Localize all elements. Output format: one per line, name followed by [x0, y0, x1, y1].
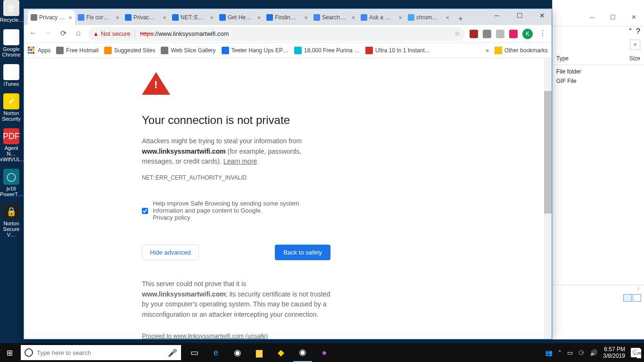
col-size[interactable]: Size [629, 55, 640, 62]
wifi-icon[interactable]: ⚆ [578, 349, 584, 356]
desktop-icon[interactable]: 🔒Norton Secure V… [0, 204, 23, 238]
desktop-icon[interactable]: ✔Norton Security [0, 93, 23, 122]
volume-icon[interactable]: 🔊 [590, 349, 597, 356]
bookmark-label: Teeter Hang Ups EP… [231, 47, 289, 54]
explorer-view-large-icon[interactable] [633, 294, 641, 302]
tab-strip: Privacy err…×Fix cor…×Privac…×NET::E…×Ge… [24, 9, 552, 25]
tab-close-icon[interactable]: × [163, 14, 166, 21]
chrome-taskbar-icon[interactable]: ◉ [228, 343, 247, 362]
tab-close-icon[interactable]: × [304, 14, 308, 21]
explorer-hscroll[interactable]: 〉 [553, 285, 644, 292]
browser-tab[interactable]: Fix cor…× [75, 10, 122, 25]
bookmark-item[interactable]: Ultra 10 In 1 Instant… [365, 47, 430, 54]
start-button[interactable]: ⊞ [0, 348, 19, 357]
browser-tab[interactable]: Privac…× [122, 10, 169, 25]
tab-close-icon[interactable]: × [116, 14, 119, 21]
omnibox[interactable]: ▲ Not secure │ https://www.linksyssmartw… [88, 27, 465, 41]
pdf-ext-icon[interactable] [470, 30, 478, 38]
action-center-icon[interactable]: 💬 [631, 348, 640, 357]
privacy-policy-link[interactable]: Privacy policy [153, 214, 190, 221]
tab-favicon [219, 14, 226, 21]
vertical-scrollbar[interactable] [544, 58, 552, 339]
ext4-icon[interactable] [509, 30, 518, 38]
proceed-unsafe-link[interactable]: Proceed to www.linksyssmartwifi.com (uns… [142, 332, 268, 339]
browser-tab[interactable]: Search…× [311, 10, 358, 25]
explorer-close[interactable]: ✕ [627, 14, 640, 24]
chrome-toolbar: ← → ⟳ ⌂ ▲ Not secure │ https://www.links… [24, 25, 552, 43]
desktop-icon[interactable]: ◯jv16 PowerT… [0, 169, 23, 197]
explorer-chevron-icon[interactable]: ˅ [628, 27, 632, 36]
tab-close-icon[interactable]: × [257, 14, 261, 21]
browser-tab[interactable]: Get He…× [216, 10, 264, 25]
profile-avatar[interactable]: K [522, 29, 533, 39]
not-secure-chip[interactable]: ▲ Not secure [93, 30, 131, 37]
new-tab-button[interactable]: + [454, 12, 467, 25]
tab-close-icon[interactable]: × [446, 14, 449, 21]
help-ext-icon[interactable] [483, 30, 491, 38]
explorer-minimize[interactable]: ─ [586, 14, 599, 24]
desktop-icon[interactable]: PDFAgent N… xWtfVUL… [0, 128, 23, 162]
back-to-safety-button[interactable]: Back to safety [275, 245, 330, 260]
chrome-menu-icon[interactable]: ⋮ [537, 29, 548, 39]
explorer-maximize[interactable]: ☐ [606, 14, 619, 24]
chrome-close[interactable]: ✕ [536, 12, 549, 19]
norton-icon[interactable]: ◆ [272, 343, 290, 362]
browser-tab[interactable]: Ask a …× [358, 10, 405, 25]
explorer-row[interactable]: GIF File [556, 76, 640, 86]
tab-title: Fix cor… [86, 14, 114, 21]
browser-tab[interactable]: Findin…× [264, 10, 311, 25]
bookmark-item[interactable]: Teeter Hang Ups EP… [222, 47, 289, 54]
battery-icon[interactable]: ▭ [567, 349, 573, 356]
bookmark-item[interactable]: Free Hotmail [56, 47, 99, 54]
learn-more-link[interactable]: Learn more [223, 157, 257, 165]
tab-favicon [78, 14, 84, 21]
desktop-icon[interactable]: ♪iTunes [0, 64, 23, 87]
tray-chevron-icon[interactable]: ˄ [558, 349, 561, 356]
tab-close-icon[interactable]: × [398, 14, 402, 21]
other-bookmarks[interactable]: Other bookmarks [495, 47, 548, 54]
apps-shortcut[interactable]: Apps [28, 47, 50, 54]
explorer-column-headers[interactable]: Type Size [553, 52, 644, 65]
explorer-view-details-icon[interactable] [623, 294, 632, 302]
star-icon[interactable]: ☆ [454, 30, 460, 37]
chrome-maximize[interactable]: ☐ [513, 12, 526, 19]
bookmark-item[interactable]: Web Slice Gallery [161, 47, 215, 54]
tab-title: Ask a … [369, 14, 396, 21]
taskbar-search[interactable]: 🎤 [21, 345, 181, 360]
taskbar-search-input[interactable] [37, 349, 164, 356]
edge-icon[interactable]: e [206, 343, 225, 362]
mic-icon[interactable]: 🎤 [168, 348, 177, 357]
chrome-minimize[interactable]: ─ [490, 12, 504, 19]
chrome-running-icon[interactable]: ◉ [293, 343, 312, 362]
explorer-help-icon[interactable]: ? [636, 27, 640, 36]
bookmark-item[interactable]: Suggested Sites [104, 47, 155, 54]
browser-tab[interactable]: Privacy err…× [28, 10, 75, 25]
col-type[interactable]: Type [556, 55, 629, 62]
bookmarks-overflow[interactable]: » [486, 47, 489, 54]
reload-button[interactable]: ⟳ [58, 29, 68, 39]
browser-tab[interactable]: chrom…× [405, 10, 452, 25]
desktop-icon[interactable]: 🗑Recycle… [0, 0, 23, 23]
taskview-icon[interactable]: ▭ [185, 343, 204, 362]
explorer-row[interactable]: File folder [556, 67, 640, 76]
optin-checkbox[interactable] [142, 201, 148, 221]
browser-tab[interactable]: NET::E…× [169, 10, 216, 25]
ext3-icon[interactable] [496, 30, 504, 38]
people-icon[interactable]: 👥 [545, 349, 553, 356]
home-button[interactable]: ⌂ [73, 29, 83, 39]
explorer-clear-icon[interactable]: × [630, 40, 640, 50]
tab-close-icon[interactable]: × [68, 14, 72, 21]
file-explorer-icon[interactable]: ▆ [250, 343, 269, 362]
tab-title: Privacy err… [39, 14, 66, 21]
app7-icon[interactable]: ● [315, 343, 334, 362]
tab-close-icon[interactable]: × [351, 14, 355, 21]
bookmark-item[interactable]: 18,000 Free Purina … [294, 47, 360, 54]
hide-advanced-button[interactable]: Hide advanced [142, 245, 199, 260]
back-button[interactable]: ← [28, 29, 38, 39]
tab-close-icon[interactable]: × [210, 14, 214, 21]
bookmark-label: Web Slice Gallery [171, 47, 215, 54]
desktop-icon[interactable]: ◐Google Chrome [0, 29, 23, 58]
forward-button[interactable]: → [43, 29, 53, 39]
taskbar-clock[interactable]: 6:57 PM3/8/2019 [603, 346, 625, 360]
scrollbar-thumb[interactable] [544, 91, 552, 214]
